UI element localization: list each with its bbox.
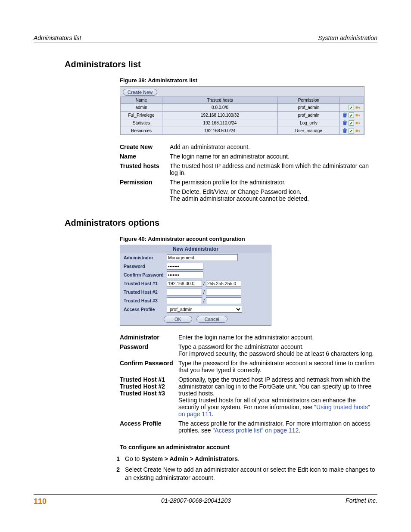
def-term: Trusted Host #1Trusted Host #2Trusted Ho… (120, 375, 178, 419)
step-text: Go to System > Admin > Administrators. (125, 455, 377, 463)
create-new-button[interactable]: Create New (123, 89, 157, 96)
def-desc: Add an administrator account. (170, 142, 377, 152)
slash-separator: / (202, 289, 206, 295)
cell-perm: prof_admin (277, 104, 339, 112)
svg-point-9 (355, 122, 358, 124)
def-term: Access Profile (120, 419, 178, 435)
label-th1: Trusted Host #1 (124, 281, 167, 286)
step-text: Select Create New to add an administrato… (125, 466, 377, 482)
figure39-caption: Figure 39: Administrators list (120, 77, 377, 84)
def-term: Password (120, 342, 178, 358)
cell-perm: prof_admin (277, 112, 339, 119)
def-desc: The access profile for the administrator… (178, 419, 377, 435)
th1-mask-input[interactable] (206, 280, 241, 287)
label-access-profile: Access Profile (124, 307, 167, 312)
cell-hosts: 192.168.110.0/24 (162, 119, 278, 127)
step-number: 1 (107, 455, 125, 463)
key-icon[interactable] (355, 120, 361, 126)
cell-name: Statistics (121, 119, 162, 127)
key-icon[interactable] (355, 105, 361, 110)
label-confirm-password: Confirm Password (124, 272, 167, 277)
th3-mask-input[interactable] (206, 297, 241, 304)
svg-rect-11 (359, 123, 360, 124)
def-desc: Type the password for the administrator … (178, 358, 377, 375)
col-hosts: Trusted hosts (162, 97, 278, 104)
cell-perm: User_manage (277, 127, 339, 135)
def-term (120, 187, 170, 203)
col-name: Name (121, 97, 162, 104)
edit-icon[interactable] (349, 112, 354, 118)
table-row: Ful_Privelege192.168.110.100/32prof_admi… (121, 112, 364, 119)
cell-actions (340, 127, 364, 135)
header-right: System administration (318, 34, 377, 41)
figure40-screenshot: New Administrator Administrator Password… (120, 245, 271, 326)
key-icon[interactable] (355, 128, 361, 134)
trash-icon[interactable] (342, 120, 348, 126)
th2-mask-input[interactable] (206, 289, 241, 296)
key-icon[interactable] (355, 112, 361, 118)
footer-docid: 01-28007-0068-20041203 (161, 497, 231, 506)
cancel-button[interactable]: Cancel (196, 316, 227, 323)
th2-ip-input[interactable] (167, 289, 202, 296)
cell-name: Resources (121, 127, 162, 135)
def-desc: The trusted host IP address and netmask … (170, 161, 377, 177)
footer-company: Fortinet Inc. (346, 497, 377, 506)
th3-ip-input[interactable] (167, 297, 202, 304)
def-term: Administrator (120, 333, 178, 342)
confirm-password-input[interactable] (167, 271, 203, 278)
label-th2: Trusted Host #2 (124, 289, 167, 295)
access-profile-select[interactable]: prof_admin (167, 306, 242, 313)
cell-actions (340, 112, 364, 119)
cross-ref-link[interactable]: "Access profile list" on page 112 (212, 427, 299, 434)
step: 2Select Create New to add an administrat… (107, 466, 377, 482)
edit-icon[interactable] (349, 105, 354, 110)
def-desc: The permission profile for the administr… (170, 177, 377, 187)
page-number: 110 (34, 497, 47, 506)
svg-rect-15 (359, 131, 360, 132)
def-term: Permission (120, 177, 170, 187)
trash-icon[interactable] (342, 128, 348, 134)
cross-ref-link[interactable]: "Using trusted hosts" on page 111 (178, 404, 370, 417)
slash-separator: / (202, 298, 206, 303)
step-number: 2 (107, 466, 125, 482)
cell-name: Ful_Privelege (121, 112, 162, 119)
header-left: Administrators list (34, 34, 81, 41)
def-term: Confirm Password (120, 358, 178, 375)
running-header: Administrators list System administratio… (34, 34, 377, 43)
password-input[interactable] (167, 263, 203, 270)
cell-perm: Log_only (277, 119, 339, 127)
form-title: New Administrator (120, 245, 271, 253)
svg-point-1 (355, 106, 358, 109)
page-footer: 110 01-28007-0068-20041203 Fortinet Inc. (34, 494, 377, 506)
ok-button[interactable]: OK (164, 316, 192, 323)
administrator-input[interactable] (167, 254, 238, 261)
th1-ip-input[interactable] (167, 280, 202, 287)
col-actions (340, 97, 364, 104)
def-desc: The login name for an administrator acco… (170, 152, 377, 161)
svg-point-13 (355, 130, 358, 132)
label-password: Password (124, 264, 167, 269)
edit-icon[interactable] (349, 128, 354, 134)
def-term: Trusted hosts (120, 161, 170, 177)
cell-hosts: 192.168.50.0/24 (162, 127, 278, 135)
cell-actions (340, 119, 364, 127)
table-row: admin0.0.0.0/0prof_admin (121, 104, 364, 112)
cell-hosts: 192.168.110.100/32 (162, 112, 278, 119)
table-row: Statistics192.168.110.0/24Log_only (121, 119, 364, 127)
svg-rect-3 (359, 107, 360, 109)
svg-point-5 (355, 114, 358, 117)
def-desc: The Delete, Edit/View, or Change Passwor… (170, 187, 377, 203)
step: 1Go to System > Admin > Administrators. (107, 455, 377, 463)
def-desc: Type a password for the administrator ac… (178, 342, 377, 358)
section-title-admin-list: Administrators list (65, 59, 377, 69)
col-perm: Permission (277, 97, 339, 104)
svg-rect-7 (359, 115, 360, 116)
trash-icon[interactable] (342, 112, 348, 118)
table-row: Resources192.168.50.0/24User_manage (121, 127, 364, 135)
def-term: Name (120, 152, 170, 161)
cell-name: admin (121, 104, 162, 112)
figure40-caption: Figure 40: Administrator account configu… (120, 236, 377, 242)
edit-icon[interactable] (349, 120, 354, 126)
def-desc: Enter the login name for the administrat… (178, 333, 377, 342)
def-term: Create New (120, 142, 170, 152)
